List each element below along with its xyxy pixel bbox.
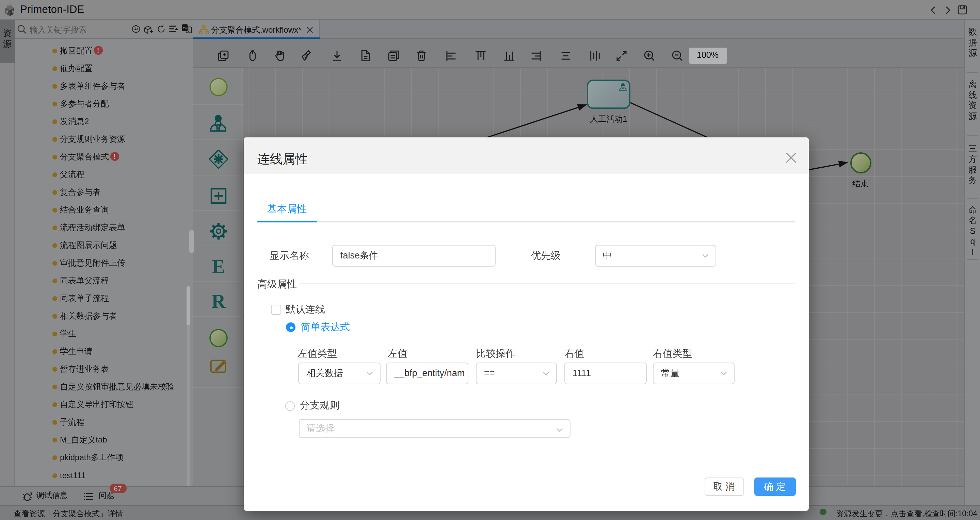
svg-text:文: 文 [186,29,190,32]
svg-text:AI: AI [134,27,138,31]
svg-text:En: En [183,26,187,30]
